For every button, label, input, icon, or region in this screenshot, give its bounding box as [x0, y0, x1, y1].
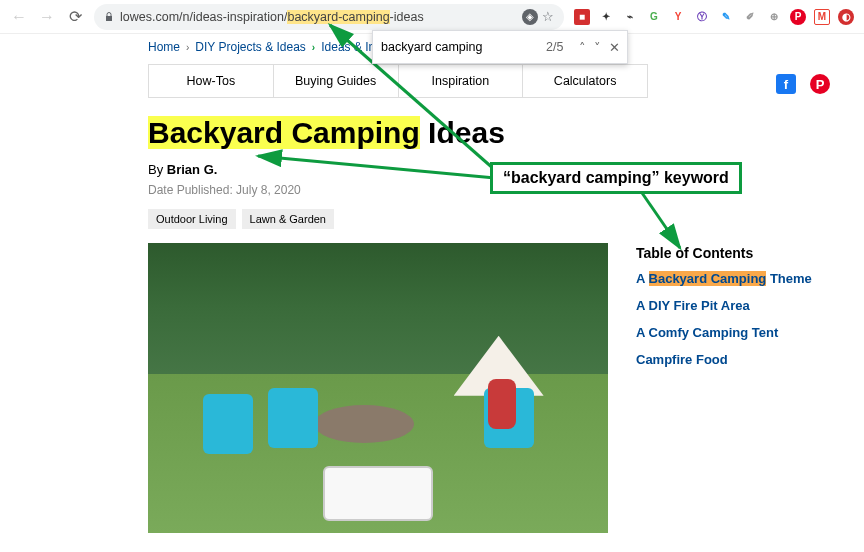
ext-icon-2[interactable]: ✦ [598, 9, 614, 25]
page-content: Home › DIY Projects & Ideas › Ideas & In… [0, 34, 864, 533]
table-of-contents: Table of Contents A Backyard Camping The… [636, 243, 812, 379]
svg-rect-0 [106, 16, 112, 21]
extension-bar: ■ ✦ ⌁ G Y Ⓨ ✎ ✐ ⊕ P M ◐ [574, 9, 854, 25]
tag-outdoor-living[interactable]: Outdoor Living [148, 209, 236, 229]
ext-icon-6[interactable]: Ⓨ [694, 9, 710, 25]
nav-tabs: How-Tos Buying Guides Inspiration Calcul… [148, 64, 648, 98]
ext-icon-12[interactable]: ◐ [838, 9, 854, 25]
forward-button[interactable]: → [38, 8, 56, 26]
toc-link-4[interactable]: Campfire Food [636, 352, 812, 367]
pinterest-icon[interactable]: P [810, 74, 830, 94]
url-text: lowes.com/n/ideas-inspiration/backyard-c… [120, 10, 424, 24]
find-prev-button[interactable]: ˄ [579, 40, 586, 55]
annotation-callout: “backyard camping” keyword [490, 162, 742, 194]
bookmark-star-icon[interactable]: ☆ [542, 9, 554, 24]
crumb-home[interactable]: Home [148, 40, 180, 54]
chevron-right-icon: › [312, 42, 315, 53]
toc-link-3[interactable]: A Comfy Camping Tent [636, 325, 812, 340]
hero-image [148, 243, 608, 533]
facebook-icon[interactable]: f [776, 74, 796, 94]
tab-calculators[interactable]: Calculators [523, 65, 647, 97]
crumb-ideas[interactable]: Ideas & In [321, 40, 375, 54]
browser-toolbar: ← → ⟳ lowes.com/n/ideas-inspiration/back… [0, 0, 864, 34]
chevron-right-icon: › [186, 42, 189, 53]
find-input[interactable] [381, 40, 538, 54]
reload-button[interactable]: ⟳ [66, 8, 84, 26]
pinterest-ext-icon[interactable]: P [790, 9, 806, 25]
toc-link-2[interactable]: A DIY Fire Pit Area [636, 298, 812, 313]
ext-icon-5[interactable]: Y [670, 9, 686, 25]
tag-lawn-garden[interactable]: Lawn & Garden [242, 209, 334, 229]
ext-icon-1[interactable]: ■ [574, 9, 590, 25]
crumb-diy[interactable]: DIY Projects & Ideas [195, 40, 306, 54]
find-close-button[interactable]: ✕ [609, 40, 620, 55]
ext-icon-9[interactable]: ⊕ [766, 9, 782, 25]
ext-icon-8[interactable]: ✐ [742, 9, 758, 25]
ext-icon-7[interactable]: ✎ [718, 9, 734, 25]
find-next-button[interactable]: ˅ [594, 40, 601, 55]
ext-icon-3[interactable]: ⌁ [622, 9, 638, 25]
address-bar[interactable]: lowes.com/n/ideas-inspiration/backyard-c… [94, 4, 564, 30]
social-share: f P [776, 74, 830, 94]
find-count: 2/5 [546, 40, 563, 54]
page-title: Backyard Camping Ideas [148, 116, 864, 150]
find-in-page-bar: 2/5 ˄ ˅ ✕ [372, 30, 628, 64]
tab-howtos[interactable]: How-Tos [149, 65, 274, 97]
tab-inspiration[interactable]: Inspiration [399, 65, 524, 97]
tag-row: Outdoor Living Lawn & Garden [148, 209, 864, 229]
back-button[interactable]: ← [10, 8, 28, 26]
tab-buying-guides[interactable]: Buying Guides [274, 65, 399, 97]
toc-heading: Table of Contents [636, 245, 812, 261]
toc-link-1[interactable]: A Backyard Camping Theme [636, 271, 812, 286]
site-info-icon[interactable]: ◈ [522, 9, 538, 25]
lock-icon [104, 12, 114, 22]
ext-icon-4[interactable]: G [646, 9, 662, 25]
gmail-ext-icon[interactable]: M [814, 9, 830, 25]
